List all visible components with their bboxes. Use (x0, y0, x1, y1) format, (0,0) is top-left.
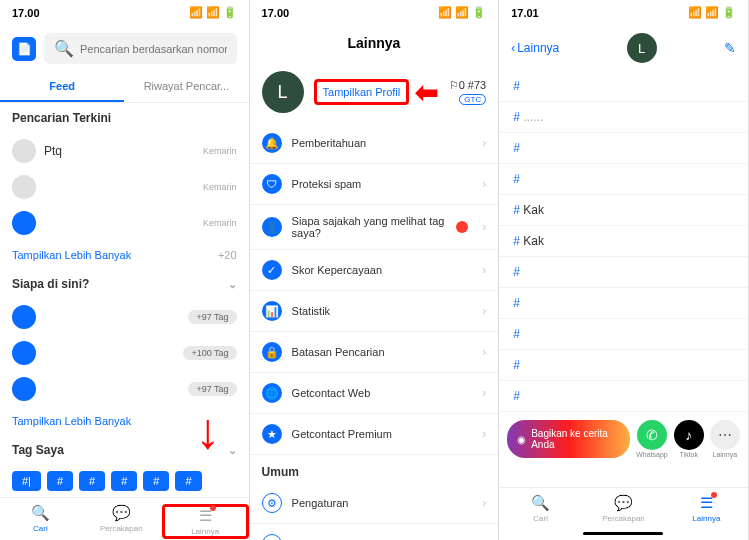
hash-icon: # (513, 141, 520, 155)
nav-search[interactable]: 🔍Cari (0, 504, 81, 539)
share-label: Whatsapp (636, 451, 668, 458)
chevron-right-icon: › (482, 220, 486, 234)
hash-item[interactable]: # (499, 133, 748, 164)
hash-text: Kak (523, 234, 544, 248)
tab-history[interactable]: Riwayat Pencar... (124, 72, 248, 102)
menu-settings[interactable]: ⚙Pengaturan› (250, 483, 499, 524)
tag-chip[interactable]: # (79, 471, 105, 491)
menu-support[interactable]: ✈Bantuan & Dukungan› (250, 524, 499, 540)
tag-chip[interactable]: # (111, 471, 137, 491)
hash-icon: # (513, 296, 520, 310)
avatar-icon (12, 305, 36, 329)
recent-item[interactable]: Kemarin (0, 169, 249, 205)
chevron-right-icon: › (482, 427, 486, 441)
nav-label: Cari (533, 514, 548, 523)
recent-item[interactable]: PtqKemarin (0, 133, 249, 169)
tag-chip[interactable]: # (143, 471, 169, 491)
status-time: 17.01 (511, 7, 539, 19)
recent-meta: Kemarin (203, 182, 237, 192)
bottom-nav: 🔍Cari 💬Percakapan ☰Lainnya (499, 487, 748, 529)
nav-chat[interactable]: 💬Percakapan (81, 504, 162, 539)
status-icons: 📶📶🔋 (688, 6, 736, 19)
tab-feed[interactable]: Feed (0, 72, 124, 102)
whatsapp-share[interactable]: ✆Whatsapp (636, 420, 668, 458)
shield-icon: 🛡 (262, 174, 282, 194)
hash-item[interactable]: # Kak (499, 195, 748, 226)
menu-statistics[interactable]: 📊Statistik› (250, 291, 499, 332)
back-button[interactable]: ‹Lainnya (511, 41, 559, 55)
recent-search-title: Pencarian Terkini (0, 103, 249, 133)
menu-label: Siapa sajakah yang melihat tag saya? (292, 215, 447, 239)
stats-text: ⚐0 #73 (449, 79, 487, 92)
menu-who-viewed[interactable]: 👤Siapa sajakah yang melihat tag saya?› (250, 205, 499, 250)
who-item[interactable]: +97 Tag (0, 299, 249, 335)
gear-icon: ⚙ (262, 493, 282, 513)
chevron-right-icon: › (482, 304, 486, 318)
nav-chat[interactable]: 💬Percakapan (582, 494, 665, 523)
tag-chip[interactable]: # (47, 471, 73, 491)
hash-item[interactable]: # (499, 164, 748, 195)
status-time: 17.00 (262, 7, 290, 19)
hash-item[interactable]: # (499, 381, 748, 412)
annotation-arrow-down: ↓ (196, 402, 221, 460)
globe-icon: 🌐 (262, 383, 282, 403)
back-label: Lainnya (517, 41, 559, 55)
tag-chip[interactable]: # (175, 471, 201, 491)
nav-label: Lainnya (692, 514, 720, 523)
nav-label: Cari (33, 524, 48, 533)
instagram-icon: ◉ (517, 434, 526, 445)
avatar[interactable]: L (262, 71, 304, 113)
star-icon: ★ (262, 424, 282, 444)
hash-item[interactable]: # (499, 319, 748, 350)
tag-count-pill: +97 Tag (188, 310, 236, 324)
avatar-icon (12, 377, 36, 401)
chevron-down-icon[interactable]: ⌄ (228, 444, 237, 457)
show-more-label: Tampilkan Lebih Banyak (12, 249, 131, 261)
nav-search[interactable]: 🔍Cari (499, 494, 582, 523)
menu-trust-score[interactable]: ✓Skor Kepercayaan› (250, 250, 499, 291)
status-bar: 17.00 📶 📶 🔋 (0, 0, 249, 25)
page-title: Lainnya (250, 25, 499, 61)
instagram-share-button[interactable]: ◉Bagikan ke cerita Anda (507, 420, 630, 458)
avatar-icon (12, 175, 36, 199)
search-box[interactable]: 🔍 (44, 33, 237, 64)
nav-more[interactable]: ☰Lainnya (162, 504, 249, 539)
menu-label: Pemberitahuan (292, 137, 473, 149)
nav-label: Lainnya (191, 527, 219, 536)
show-profile-link[interactable]: Tampilkan Profil (314, 79, 410, 105)
magnifier-icon: 🔍 (531, 494, 550, 512)
menu-spam-protection[interactable]: 🛡Proteksi spam› (250, 164, 499, 205)
chat-icon: 💬 (614, 494, 633, 512)
menu-search-limit[interactable]: 🔒Batasan Pencarian› (250, 332, 499, 373)
tag-chip[interactable]: #| (12, 471, 41, 491)
wifi-icon: 📶 (455, 6, 469, 19)
alert-dot-icon (456, 221, 468, 233)
hash-item[interactable]: # (499, 288, 748, 319)
menu-label: Proteksi spam (292, 178, 473, 190)
gtc-badge: GTC (459, 94, 486, 105)
avatar[interactable]: L (627, 33, 657, 63)
edit-icon[interactable]: ✎ (724, 40, 736, 56)
menu-web[interactable]: 🌐Getcontact Web› (250, 373, 499, 414)
tiktok-share[interactable]: ♪Tiktok (674, 420, 704, 458)
show-more-link[interactable]: Tampilkan Lebih Banyak+20 (0, 241, 249, 269)
app-badge-icon[interactable]: 📄 (12, 37, 36, 61)
hash-item[interactable]: # ...... (499, 102, 748, 133)
more-share[interactable]: ⋯Lainnya (710, 420, 740, 458)
person-icon: 👤 (262, 217, 282, 237)
chevron-right-icon: › (482, 345, 486, 359)
hash-item[interactable]: # (499, 257, 748, 288)
hash-item[interactable]: # (499, 350, 748, 381)
recent-item[interactable]: Kemarin (0, 205, 249, 241)
chevron-down-icon[interactable]: ⌄ (228, 278, 237, 291)
search-input[interactable] (80, 43, 227, 55)
signal-icon: 📶 (688, 6, 702, 19)
menu-premium[interactable]: ★Getcontact Premium› (250, 414, 499, 455)
nav-more[interactable]: ☰Lainnya (665, 494, 748, 523)
menu-notifications[interactable]: 🔔Pemberitahuan› (250, 123, 499, 164)
hash-item[interactable]: # (499, 71, 748, 102)
hash-item[interactable]: # Kak (499, 226, 748, 257)
who-item[interactable]: +100 Tag (0, 335, 249, 371)
wifi-icon: 📶 (705, 6, 719, 19)
screen-profile: 17.01 📶📶🔋 ‹Lainnya L ✎ # # ...... # # # … (499, 0, 749, 540)
